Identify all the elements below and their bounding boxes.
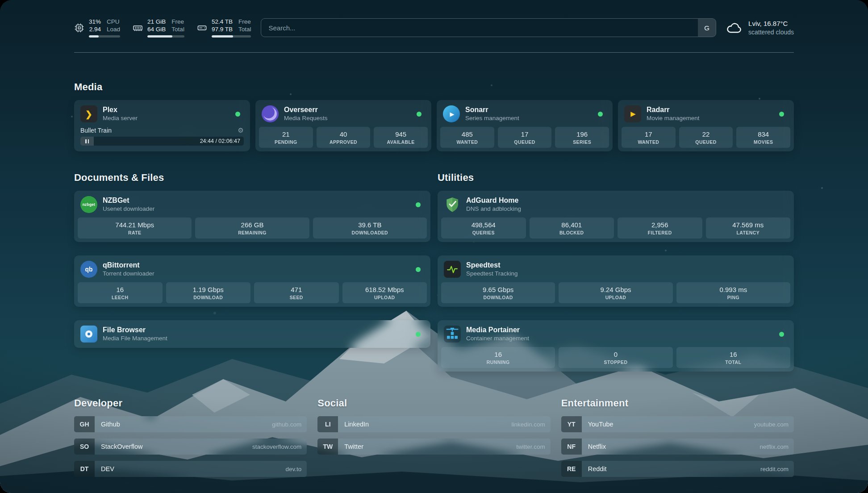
service-name: qBittorrent [103, 261, 154, 269]
bookmark-twitter[interactable]: TW Twitter twitter.com [317, 439, 550, 455]
service-link-speedtest[interactable]: Speedtest Speedtest Tracking [441, 259, 790, 282]
stat-value: 39.6 TB [315, 221, 425, 229]
stat-value: 744.21 Mbps [79, 221, 190, 229]
widget-settings-icon[interactable]: ⚙ [238, 127, 244, 134]
stat-label: WANTED [442, 139, 492, 145]
search-input[interactable] [261, 18, 716, 37]
bookmark-domain: youtube.com [754, 421, 794, 428]
stat-wanted: 17 WANTED [622, 127, 676, 148]
memory-widget: 21 GiB 64 GiB Free Total [133, 18, 184, 38]
service-link-qbittorrent[interactable]: qb qBittorrent Torrent downloader [78, 259, 427, 282]
bookmark-abbr: DT [74, 461, 95, 477]
player-time: 24:44 / 02:06:47 [200, 138, 244, 144]
service-link-portainer[interactable]: Media Portainer Container management [441, 324, 790, 347]
stat-value: 1.19 Gbps [168, 285, 249, 294]
bookmark-linkedin[interactable]: LI LinkedIn linkedin.com [317, 416, 550, 432]
cpu-label-2: Load [107, 25, 120, 33]
service-link-overseerr[interactable]: Overseerr Media Requests [259, 104, 428, 127]
service-link-filebrowser[interactable]: File Browser Media File Management [78, 324, 427, 344]
bookmark-abbr: LI [317, 416, 338, 432]
service-card-qbittorrent: qb qBittorrent Torrent downloader 16 LEE… [74, 255, 430, 307]
service-description: Container management [466, 335, 529, 342]
stat-value: 17 [500, 130, 550, 138]
stat-running: 16 RUNNING [441, 347, 555, 368]
stat-value: 498,564 [443, 221, 524, 229]
stat-value: 16 [443, 350, 553, 359]
service-name: NZBGet [103, 196, 154, 205]
stat-label: RATE [79, 230, 190, 236]
bookmark-stackoverflow[interactable]: SO StackOverflow stackoverflow.com [74, 439, 307, 455]
stat-blocked: 86,401 BLOCKED [530, 217, 614, 238]
bookmark-reddit[interactable]: RE Reddit reddit.com [561, 461, 794, 477]
disk-widget-body: 52.4 TB 97.9 TB Free Total [212, 18, 251, 38]
disk-free: 52.4 TB [212, 18, 233, 25]
bookmark-name: YouTube [582, 421, 613, 428]
filebrowser-icon [80, 326, 97, 343]
bookmark-domain: reddit.com [760, 466, 794, 472]
stat-label: PENDING [261, 139, 311, 145]
section-title-utilities: Utilities [438, 172, 794, 184]
dashboard-content: 31% 2.94 CPU Load [0, 0, 868, 493]
bookmark-name: LinkedIn [338, 421, 369, 428]
stat-pending: 21 PENDING [259, 127, 313, 148]
stat-label: DOWNLOADED [315, 230, 425, 236]
stat-value: 9.65 Gbps [443, 285, 553, 294]
stat-label: PING [678, 294, 789, 301]
stat-label: SERIES [557, 139, 607, 145]
service-stats: 744.21 Mbps RATE 266 GB REMAINING 39.6 T… [78, 217, 427, 238]
service-link-adguard[interactable]: AdGuard Home DNS and adblocking [441, 194, 790, 217]
bookmark-dev[interactable]: DT DEV dev.to [74, 461, 307, 477]
weather-widget: Lviv, 16.87°C scattered clouds [726, 20, 794, 36]
disk-progress-bar [212, 35, 251, 38]
status-dot [598, 112, 603, 117]
service-card-nzbget: nzbget NZBGet Usenet downloader 744.21 M… [74, 191, 430, 242]
search-provider-button[interactable]: G [698, 19, 716, 37]
bookmark-github[interactable]: GH Github github.com [74, 416, 307, 432]
overseerr-icon [262, 105, 279, 122]
service-name: Overseerr [284, 106, 328, 114]
bookmark-youtube[interactable]: YT YouTube youtube.com [561, 416, 794, 432]
lower-sections: Documents & Files nzbget NZBGet Usenet d… [74, 172, 794, 372]
service-link-nzbget[interactable]: nzbget NZBGet Usenet downloader [78, 194, 427, 217]
top-bar-divider [74, 52, 794, 53]
cpu-load: 2.94 [89, 25, 101, 33]
stat-total: 16 TOTAL [676, 347, 790, 368]
stat-label: RUNNING [443, 359, 553, 365]
status-dot [417, 112, 421, 117]
status-dot [779, 332, 784, 337]
pause-button[interactable] [80, 137, 94, 146]
stat-queued: 22 QUEUED [679, 127, 733, 148]
service-name: Plex [103, 106, 138, 114]
stat-stopped: 0 STOPPED [559, 347, 672, 368]
bookmark-netflix[interactable]: NF Netflix netflix.com [561, 439, 794, 455]
service-stats: 16 LEECH 1.19 Gbps DOWNLOAD 471 SEED [78, 282, 427, 303]
service-description: Torrent downloader [103, 270, 154, 277]
status-dot [235, 112, 240, 117]
status-dot [416, 267, 421, 272]
service-link-sonarr[interactable]: ▶ Sonarr Series management [440, 104, 609, 127]
player-progress-bar[interactable]: 24:44 / 02:06:47 [80, 137, 244, 146]
memory-progress-bar [147, 35, 184, 38]
qbittorrent-icon: qb [80, 261, 97, 278]
stat-download: 9.65 Gbps DOWNLOAD [441, 282, 555, 303]
now-playing-title: Bullet Train [80, 127, 112, 134]
stat-label: FILTERED [619, 230, 701, 236]
bookmark-domain: stackoverflow.com [252, 443, 307, 450]
stat-value: 471 [256, 285, 337, 294]
stat-leech: 16 LEECH [78, 282, 163, 303]
service-link-radarr[interactable]: ▶ Radarr Movie management [622, 104, 790, 127]
stat-label: SEED [256, 294, 337, 301]
bookmark-name: Twitter [338, 443, 363, 450]
stat-label: UPLOAD [560, 294, 671, 301]
memory-total: 64 GiB [147, 25, 166, 33]
cpu-progress-fill [89, 35, 99, 38]
stat-value: 21 [261, 130, 311, 138]
bookmark-group-entertainment: Entertainment YT YouTube youtube.com NF … [561, 397, 794, 477]
portainer-icon [444, 326, 461, 343]
service-card-sonarr: ▶ Sonarr Series management 485 WANTED [437, 100, 613, 151]
adguard-icon [444, 196, 461, 213]
cpu-widget: 31% 2.94 CPU Load [74, 18, 120, 38]
service-link-plex[interactable]: ❯ Plex Media server [78, 104, 246, 127]
section-title-documents: Documents & Files [74, 172, 430, 184]
plex-now-playing-widget: Bullet Train ⚙ 24:44 / 02:06:47 [78, 127, 246, 147]
